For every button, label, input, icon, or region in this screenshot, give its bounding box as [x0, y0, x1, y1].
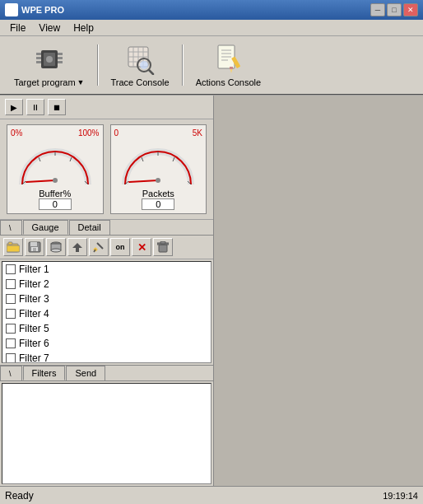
- filter-name-1: Filter 1: [19, 264, 49, 275]
- packets-min-label: 0: [114, 128, 119, 138]
- svg-rect-26: [230, 67, 233, 69]
- packets-gauge-svg: [117, 139, 199, 189]
- title-bar-controls: ─ □ ✕: [370, 3, 418, 16]
- svg-rect-43: [8, 242, 12, 245]
- buffer-gauge-svg: [14, 139, 96, 189]
- svg-rect-2: [36, 57, 41, 59]
- filter-checkbox-6[interactable]: [6, 338, 16, 348]
- filter-down-button[interactable]: [67, 238, 87, 256]
- filter-checkbox-4[interactable]: [6, 309, 16, 319]
- filter-on-button[interactable]: on: [110, 238, 130, 256]
- filter-archive-button[interactable]: [46, 238, 66, 256]
- right-panel: [214, 96, 423, 486]
- svg-rect-4: [58, 53, 63, 55]
- play-button[interactable]: ▶: [5, 99, 23, 115]
- filter-save-button[interactable]: [25, 238, 44, 256]
- status-time: 19:19:14: [383, 491, 418, 501]
- toolbar: Target program ▼ Trace Console: [0, 36, 423, 96]
- filter-checkbox-3[interactable]: [6, 294, 16, 304]
- svg-point-8: [46, 56, 53, 63]
- filter-name-5: Filter 5: [19, 323, 49, 334]
- target-program-label: Target program: [14, 77, 76, 87]
- target-program-icon: [33, 43, 66, 76]
- maximize-button[interactable]: □: [387, 3, 402, 16]
- filter-trash-button[interactable]: [153, 238, 173, 256]
- menu-bar: File View Help: [0, 20, 423, 36]
- filter-checkbox-5[interactable]: [6, 324, 16, 334]
- menu-view[interactable]: View: [32, 21, 67, 35]
- gauge-tabs-row: \ Gauge Detail: [0, 220, 213, 236]
- app-title: WPE PRO: [21, 5, 64, 15]
- status-text: Ready: [5, 490, 34, 502]
- packets-gauge-title: Packets: [142, 189, 174, 198]
- filter-item-6: Filter 6: [2, 336, 211, 351]
- target-program-button[interactable]: Target program ▼: [7, 39, 92, 91]
- filter-item-5: Filter 5: [2, 321, 211, 336]
- filter-checkbox-1[interactable]: [6, 264, 16, 274]
- actions-console-label: Actions Console: [196, 77, 262, 87]
- menu-file[interactable]: File: [3, 21, 32, 35]
- svg-rect-5: [58, 57, 63, 59]
- svg-line-39: [129, 180, 158, 182]
- filter-item-2: Filter 2: [2, 277, 211, 292]
- filter-edit-button[interactable]: [89, 238, 109, 256]
- actions-console-icon: [212, 43, 244, 76]
- tab-gauge[interactable]: Gauge: [23, 220, 68, 235]
- buffer-gauge-value: 0: [39, 198, 72, 210]
- actions-console-button[interactable]: Actions Console: [188, 39, 269, 91]
- bottom-area: [2, 383, 212, 485]
- svg-rect-1: [36, 53, 41, 55]
- gauges-area: 0% 100%: [0, 119, 213, 220]
- tab-filters-label: Filters: [32, 368, 57, 378]
- filter-name-7: Filter 7: [19, 352, 49, 363]
- playback-bar: ▶ ⏸ ⏹: [0, 96, 213, 119]
- svg-rect-55: [159, 245, 167, 252]
- buffer-gauge-title: Buffer%: [39, 189, 71, 198]
- tab-send[interactable]: Send: [66, 366, 105, 380]
- filter-checkbox-7[interactable]: [6, 353, 16, 363]
- filter-tabs-row: \ Filters Send: [0, 365, 213, 381]
- svg-rect-6: [58, 61, 63, 63]
- packets-gauge-labels: 0 5K: [114, 128, 203, 138]
- svg-point-40: [156, 178, 160, 183]
- filter-item-1: Filter 1: [2, 262, 211, 277]
- filter-delete-button[interactable]: ✕: [132, 238, 151, 256]
- packets-max-label: 5K: [193, 128, 202, 138]
- svg-rect-45: [30, 242, 37, 246]
- close-button[interactable]: ✕: [403, 3, 418, 16]
- app-icon: [5, 3, 18, 16]
- svg-point-33: [53, 178, 58, 183]
- pause-button[interactable]: ⏸: [26, 99, 44, 115]
- filter-list[interactable]: Filter 1 Filter 2 Filter 3 Filter 4 Filt…: [2, 261, 212, 363]
- filter-name-2: Filter 2: [19, 278, 49, 290]
- svg-rect-3: [36, 61, 41, 63]
- stop-button[interactable]: ⏹: [48, 99, 66, 115]
- status-bar: Ready 19:19:14: [0, 486, 423, 504]
- packets-gauge: 0 5K Packets 0: [110, 124, 207, 214]
- stop-icon: ⏹: [53, 103, 61, 112]
- tab-detail[interactable]: Detail: [69, 220, 110, 235]
- minimize-button[interactable]: ─: [370, 3, 385, 16]
- filter-item-3: Filter 3: [2, 292, 211, 306]
- svg-point-17: [140, 61, 148, 69]
- tab-send-label: Send: [75, 368, 96, 378]
- trace-console-label: Trace Console: [111, 77, 170, 87]
- trace-console-button[interactable]: Trace Console: [104, 39, 177, 91]
- tab-indicator-gauge: \: [0, 220, 22, 235]
- dropdown-arrow-icon: ▼: [77, 78, 85, 86]
- filter-open-button[interactable]: [3, 238, 23, 256]
- tab-filters[interactable]: Filters: [23, 366, 66, 380]
- buffer-gauge: 0% 100%: [7, 124, 104, 214]
- toolbar-separator-1: [97, 44, 99, 86]
- svg-rect-42: [7, 245, 20, 252]
- title-bar-left: WPE PRO: [5, 3, 64, 16]
- svg-marker-51: [72, 243, 82, 252]
- menu-help[interactable]: Help: [67, 21, 100, 35]
- buffer-gauge-labels: 0% 100%: [11, 128, 100, 138]
- filter-name-3: Filter 3: [19, 293, 49, 305]
- svg-line-53: [97, 243, 103, 249]
- filter-item-7: Filter 7: [2, 351, 211, 363]
- filter-checkbox-2[interactable]: [6, 279, 16, 289]
- tab-gauge-label: Gauge: [32, 222, 59, 232]
- left-panel: ▶ ⏸ ⏹ 0% 100%: [0, 96, 214, 486]
